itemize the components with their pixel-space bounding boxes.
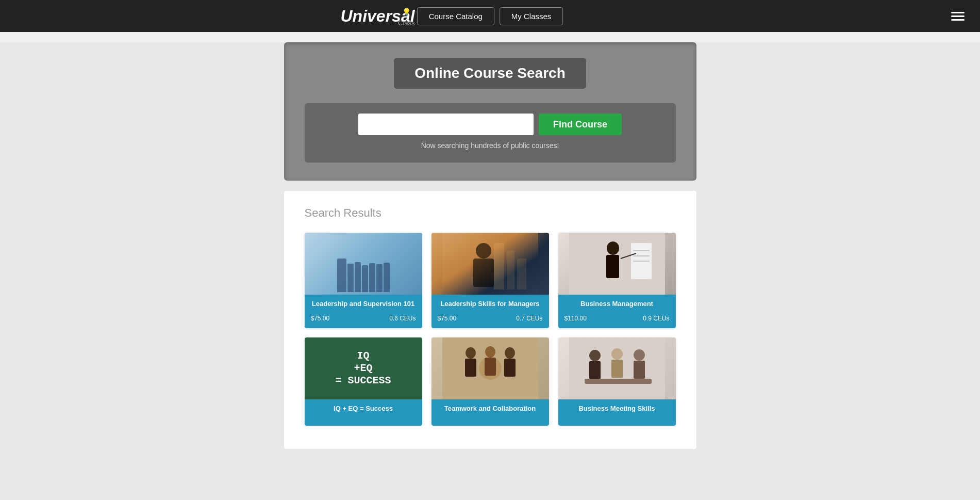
logo[interactable]: Universal 💡 Class: [341, 7, 415, 26]
teamwork-icon: [431, 337, 549, 399]
svg-point-8: [607, 241, 619, 255]
svg-point-25: [611, 348, 623, 360]
course-card-5-meta: [438, 417, 543, 420]
course-card-3-body: Business Management $110.00 0.9 CEUs: [558, 295, 676, 328]
course-card-2[interactable]: Leadership Skills for Managers $75.00 0.…: [431, 233, 549, 328]
search-banner: Online Course Search Find Course Now sea…: [284, 42, 696, 181]
course-card-6-meta: [564, 417, 670, 420]
course-card-5-image: [431, 337, 549, 399]
site-header: Universal 💡 Class Course Catalog My Clas…: [0, 0, 980, 32]
course-card-6-image: [558, 337, 676, 399]
course-card-3-ceus: 0.9 CEUs: [643, 315, 669, 322]
svg-rect-29: [585, 379, 652, 384]
search-title: Online Course Search: [414, 65, 566, 82]
svg-point-23: [589, 350, 601, 361]
course-card-2-title: Leadership Skills for Managers: [438, 300, 543, 309]
course-card-1-meta: $75.00 0.6 CEUs: [311, 313, 416, 322]
hamburger-line-3: [951, 19, 965, 21]
hamburger-line-1: [951, 12, 965, 13]
logo-subtext: Class: [398, 19, 415, 27]
results-heading: Search Results: [305, 206, 676, 220]
course-card-6-title: Business Meeting Skills: [564, 405, 670, 413]
course-card-1-body: Leadership and Supervision 101 $75.00 0.…: [305, 295, 422, 328]
course-card-6-body: Business Meeting Skills: [558, 399, 676, 426]
svg-rect-4: [507, 251, 514, 289]
svg-point-18: [485, 346, 495, 358]
svg-rect-2: [473, 259, 494, 287]
hamburger-line-2: [951, 15, 965, 17]
search-row: Find Course Now searching hundreds of pu…: [305, 103, 676, 163]
main-nav: Course Catalog My Classes: [417, 7, 563, 25]
course-card-4[interactable]: IQ+EQ= SUCCESS IQ + EQ = Success: [305, 337, 422, 426]
course-card-2-body: Leadership Skills for Managers $75.00 0.…: [431, 295, 549, 328]
my-classes-nav-button[interactable]: My Classes: [500, 7, 563, 25]
svg-rect-3: [494, 243, 504, 289]
svg-rect-28: [634, 361, 645, 379]
business-writing-icon: [558, 233, 676, 295]
results-area: Search Results Leadership and: [284, 191, 696, 449]
course-card-5-title: Teamwork and Collaboration: [438, 405, 543, 413]
course-cards-grid: Leadership and Supervision 101 $75.00 0.…: [305, 233, 676, 426]
course-card-1[interactable]: Leadership and Supervision 101 $75.00 0.…: [305, 233, 422, 328]
course-card-2-meta: $75.00 0.7 CEUs: [438, 313, 543, 322]
svg-rect-26: [611, 360, 623, 378]
svg-rect-5: [517, 259, 526, 289]
course-card-1-ceus: 0.6 CEUs: [389, 315, 416, 322]
svg-rect-9: [606, 255, 619, 278]
course-card-2-price: $75.00: [438, 315, 457, 322]
course-card-3[interactable]: Business Management $110.00 0.9 CEUs: [558, 233, 676, 328]
iq-text-display: IQ+EQ= SUCCESS: [335, 350, 391, 387]
search-subtitle: Now searching hundreds of public courses…: [421, 141, 559, 150]
svg-point-27: [634, 349, 645, 361]
svg-point-1: [476, 243, 491, 259]
svg-point-16: [466, 347, 476, 359]
course-card-4-title: IQ + EQ = Success: [311, 405, 416, 413]
search-title-box: Online Course Search: [394, 58, 586, 89]
course-card-4-meta: [311, 417, 416, 420]
course-card-3-price: $110.00: [564, 315, 587, 322]
course-card-1-image: [305, 233, 422, 295]
course-card-4-image: IQ+EQ= SUCCESS: [305, 337, 422, 399]
page-wrapper: Online Course Search Find Course Now sea…: [0, 42, 980, 500]
people-silhouette-icon: [337, 233, 390, 295]
search-input-row: Find Course: [320, 114, 660, 135]
course-card-6[interactable]: Business Meeting Skills: [558, 337, 676, 426]
logo-bulb-icon: 💡: [402, 8, 411, 16]
course-card-1-title: Leadership and Supervision 101: [311, 300, 416, 309]
course-card-3-title: Business Management: [564, 300, 670, 309]
svg-rect-19: [485, 358, 496, 376]
course-card-5-body: Teamwork and Collaboration: [431, 399, 549, 426]
find-course-button[interactable]: Find Course: [539, 114, 622, 135]
course-card-2-image: [431, 233, 549, 295]
course-card-5[interactable]: Teamwork and Collaboration: [431, 337, 549, 426]
course-card-3-image: [558, 233, 676, 295]
course-card-1-price: $75.00: [311, 315, 330, 322]
svg-rect-24: [589, 361, 601, 379]
course-catalog-nav-button[interactable]: Course Catalog: [417, 7, 494, 25]
course-card-2-ceus: 0.7 CEUs: [516, 315, 542, 322]
course-card-3-meta: $110.00 0.9 CEUs: [564, 313, 670, 322]
svg-point-20: [505, 347, 515, 359]
course-card-4-body: IQ + EQ = Success: [305, 399, 422, 426]
meeting-icon: [558, 337, 676, 399]
search-input[interactable]: [358, 114, 534, 135]
hamburger-menu-button[interactable]: [951, 12, 965, 21]
leadership-silhouette-icon: [431, 233, 549, 295]
svg-rect-17: [465, 359, 476, 377]
svg-rect-21: [504, 359, 516, 377]
